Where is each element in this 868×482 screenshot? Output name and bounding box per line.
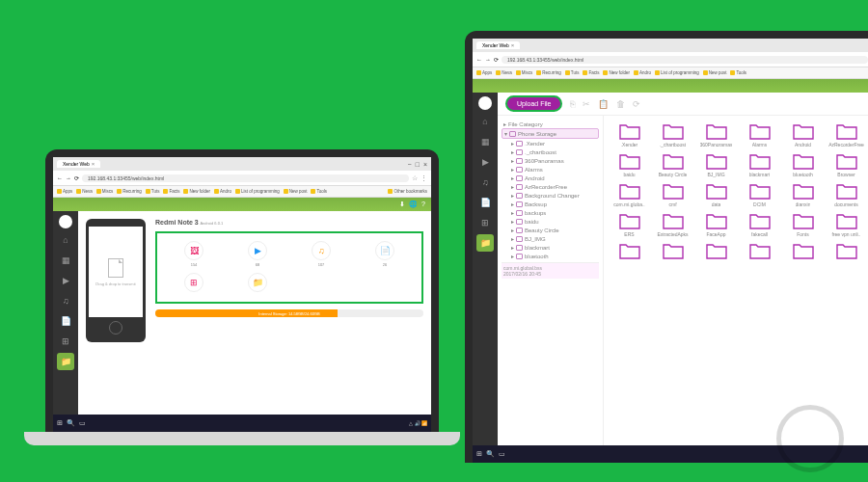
bookmark-item[interactable]: Facts: [163, 189, 179, 194]
sidebar-apps-icon[interactable]: ⊞: [476, 214, 494, 231]
tree-item[interactable]: ▸ baidu: [502, 217, 599, 226]
folder-item[interactable]: [783, 241, 823, 261]
folder-item[interactable]: AzRecorderFree: [827, 121, 866, 147]
tree-phone-storage[interactable]: ▾ Phone Storage: [502, 128, 599, 139]
folder-item[interactable]: [827, 241, 866, 261]
folder-item[interactable]: 360Panoramas: [696, 121, 736, 147]
category-files[interactable]: 📁: [229, 273, 286, 294]
folder-item[interactable]: Alarms: [740, 121, 779, 147]
folder-item[interactable]: ExtractedApks: [653, 211, 692, 237]
bookmark-item[interactable]: New folder: [603, 70, 630, 75]
tree-item[interactable]: ▸ .Xender: [502, 139, 599, 147]
folder-item[interactable]: bluetooth: [783, 151, 823, 177]
bookmark-item[interactable]: Tuts: [146, 189, 160, 194]
tree-item[interactable]: ▸ AzRecorderFree: [502, 182, 599, 191]
tree-item[interactable]: ▸ Alarms: [502, 165, 599, 174]
folder-item[interactable]: [610, 241, 649, 261]
menu-icon[interactable]: ⋮: [420, 174, 427, 182]
start-icon[interactable]: ⊞: [57, 419, 63, 427]
avatar-icon[interactable]: [478, 96, 492, 110]
bookmark-item[interactable]: Neva: [76, 189, 93, 194]
folder-item[interactable]: data: [696, 181, 736, 207]
bookmark-item[interactable]: Neva: [496, 70, 512, 75]
tree-item[interactable]: ▸ ._chartboost: [502, 147, 599, 156]
tab-close-icon[interactable]: ×: [92, 161, 95, 167]
bookmark-item[interactable]: Miscs: [96, 189, 114, 194]
sidebar-image-icon[interactable]: ▦: [476, 133, 494, 150]
folder-item[interactable]: ERS: [610, 211, 649, 237]
task-view-icon[interactable]: ▭: [79, 419, 86, 427]
tree-item[interactable]: ▸ Background Changer: [502, 191, 599, 200]
folder-item[interactable]: [653, 241, 692, 261]
sidebar-video-icon[interactable]: ▶: [476, 153, 494, 171]
folder-item[interactable]: [696, 241, 736, 261]
tree-item[interactable]: ▸ 360Panoramas: [502, 156, 599, 165]
bookmark-item[interactable]: Recurring: [536, 70, 561, 75]
category-videos[interactable]: ▶68: [229, 241, 286, 267]
forward-icon[interactable]: →: [485, 57, 491, 63]
close-icon[interactable]: ×: [423, 161, 427, 168]
sidebar-music-icon[interactable]: ♫: [57, 292, 74, 309]
url-field[interactable]: 192.168.43.1:33455/web/index.html: [82, 174, 409, 182]
back-icon[interactable]: ←: [57, 175, 63, 181]
tree-category-header[interactable]: ▸ File Category: [502, 120, 599, 128]
category-docs[interactable]: 📄26: [356, 241, 414, 267]
browser-tab[interactable]: Xender Web×: [476, 41, 520, 49]
folder-item[interactable]: documents: [827, 181, 866, 207]
bookmark-item[interactable]: Miscs: [516, 70, 533, 75]
url-field[interactable]: 192.168.43.1:33455/web/index.html: [502, 56, 868, 64]
maximize-icon[interactable]: □: [416, 161, 420, 168]
folder-item[interactable]: blackmart: [740, 151, 779, 177]
sidebar-files-icon[interactable]: 📁: [57, 353, 74, 370]
sidebar-apps-icon[interactable]: ⊞: [57, 333, 74, 350]
folder-item[interactable]: Browser: [827, 151, 866, 177]
category-images[interactable]: 🖼154: [165, 241, 223, 267]
folder-item[interactable]: baidu: [610, 151, 649, 177]
tree-item[interactable]: ▸ backups: [502, 208, 599, 217]
browser-tab[interactable]: Xender Web×: [57, 160, 100, 168]
tree-item[interactable]: ▸ BJ_IMG: [502, 234, 599, 243]
bookmark-item[interactable]: Facts: [583, 70, 599, 75]
folder-item[interactable]: DCIM: [740, 181, 779, 207]
forward-icon[interactable]: →: [66, 175, 71, 181]
category-apps[interactable]: ⊞: [165, 273, 223, 294]
bookmark-item[interactable]: Andro: [634, 70, 651, 75]
star-icon[interactable]: ☆: [412, 174, 418, 182]
start-icon[interactable]: ⊞: [476, 450, 482, 458]
bookmark-item[interactable]: Apps: [57, 189, 72, 194]
sidebar-doc-icon[interactable]: 📄: [57, 312, 74, 330]
sidebar-doc-icon[interactable]: 📄: [476, 194, 494, 211]
task-view-icon[interactable]: ▭: [499, 450, 505, 458]
folder-item[interactable]: fakecall: [740, 211, 779, 237]
sidebar-image-icon[interactable]: ▦: [57, 252, 74, 269]
other-bookmarks[interactable]: Other bookmarks: [388, 189, 427, 194]
folder-item[interactable]: com.mi.globa..: [610, 181, 649, 207]
language-icon[interactable]: 🌐: [409, 201, 418, 208]
refresh-icon[interactable]: ⟳: [633, 99, 640, 109]
cut-icon[interactable]: ✂: [583, 99, 590, 109]
reload-icon[interactable]: ⟳: [494, 56, 499, 63]
search-icon[interactable]: 🔍: [486, 450, 495, 458]
folder-item[interactable]: [740, 241, 779, 261]
bookmark-item[interactable]: New post: [703, 70, 727, 75]
bookmark-item[interactable]: List of programming: [655, 70, 699, 75]
bookmark-item[interactable]: List of programming: [235, 189, 280, 194]
help-icon[interactable]: ?: [421, 201, 425, 208]
tree-item[interactable]: ▸ Backsup: [502, 200, 599, 208]
folder-item[interactable]: cmf: [653, 181, 692, 207]
bookmark-item[interactable]: New folder: [183, 189, 210, 194]
search-icon[interactable]: 🔍: [67, 419, 75, 427]
reload-icon[interactable]: ⟳: [74, 174, 79, 181]
folder-item[interactable]: ._chartboost: [653, 121, 692, 147]
bookmark-item[interactable]: Tools: [311, 189, 327, 194]
tree-item[interactable]: ▸ Beauty Circle: [502, 226, 599, 234]
tab-close-icon[interactable]: ×: [511, 42, 515, 48]
bookmark-item[interactable]: Recurring: [117, 189, 142, 194]
avatar-icon[interactable]: [59, 215, 72, 228]
bookmark-item[interactable]: Tuts: [565, 70, 580, 75]
sidebar-video-icon[interactable]: ▶: [57, 272, 74, 289]
folder-item[interactable]: FaceApp: [696, 211, 736, 237]
category-music[interactable]: ♫107: [292, 241, 350, 267]
folder-item[interactable]: Android: [783, 121, 823, 147]
upload-file-button[interactable]: Upload File: [505, 95, 562, 112]
